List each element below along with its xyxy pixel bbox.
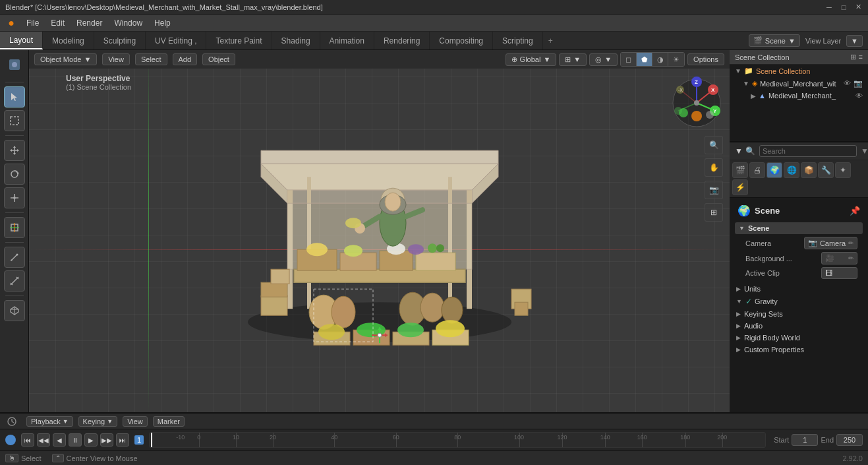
background-prop-value[interactable]: 🎥 ✏ [821, 252, 857, 264]
render-visibility-icon[interactable]: 📷 [854, 79, 863, 88]
select-menu-button[interactable]: Select [135, 53, 167, 65]
window-controls[interactable]: ─ □ ✕ [825, 3, 863, 12]
camera-view-button[interactable]: 📷 [705, 181, 723, 199]
camera-prop-value[interactable]: 📷 Camera ✏ [804, 237, 857, 249]
pin-button[interactable]: 📌 [850, 206, 860, 216]
transform-tool-button[interactable] [4, 217, 25, 238]
object-menu-button[interactable]: Object [202, 53, 235, 65]
tab-layout[interactable]: Layout [0, 32, 43, 49]
physics-props-tab[interactable]: ⚡ [732, 179, 748, 195]
gravity-collapse[interactable]: ▼ ✓ Gravity [732, 295, 865, 308]
add-workspace-button[interactable]: + [543, 32, 558, 49]
output-props-tab[interactable]: 🖨 [749, 162, 765, 178]
select-tool-button[interactable] [4, 86, 25, 108]
outliner-view-icon[interactable]: ≡ [859, 53, 863, 61]
add-cube-button[interactable] [4, 300, 25, 321]
tab-shading[interactable]: Shading [272, 32, 320, 49]
tab-uv-editing[interactable]: UV Editing , [146, 32, 206, 49]
tab-scripting[interactable]: Scripting [493, 32, 543, 49]
scene-selector[interactable]: 🎬 Scene ▼ [749, 34, 800, 47]
step-back-button[interactable]: ◀ [53, 433, 66, 447]
viewport-options-button[interactable]: Options [687, 53, 724, 65]
scene-props-tab[interactable]: 🌍 [767, 162, 782, 178]
jump-to-end-button[interactable]: ⏭ [116, 433, 129, 447]
rotate-tool-button[interactable] [4, 164, 25, 185]
prev-keyframe-button[interactable]: ◀◀ [37, 433, 50, 447]
jump-to-start-button[interactable]: ⏮ [21, 433, 34, 447]
annotate-tool-button[interactable] [4, 247, 25, 268]
add-menu-button[interactable]: Add [173, 53, 198, 65]
start-label: Start [774, 436, 789, 444]
navigation-gizmo[interactable]: X -X Y Z [670, 77, 723, 129]
box-select-button[interactable] [4, 110, 25, 131]
solid-shading-button[interactable]: ⬟ [637, 53, 652, 66]
outliner-filter-icon[interactable]: ⊞ [850, 53, 856, 61]
minimize-button[interactable]: ─ [825, 3, 834, 12]
units-collapse[interactable]: ▶ Units [732, 283, 865, 295]
obj-visibility-icon[interactable]: 👁 [855, 92, 863, 100]
rigid-body-collapse[interactable]: ▶ Rigid Body World [732, 332, 865, 344]
keying-sets-collapse[interactable]: ▶ Keying Sets [732, 308, 865, 320]
particles-props-tab[interactable]: ✦ [835, 162, 851, 178]
pan-gizmo-button[interactable]: ✋ [705, 158, 723, 177]
tab-compositing[interactable]: Compositing [430, 32, 493, 49]
current-frame-input[interactable]: 1 [134, 435, 144, 445]
menu-edit[interactable]: Edit [45, 17, 70, 29]
active-clip-value[interactable]: 🎞 [821, 267, 857, 279]
measure-tool-button[interactable] [4, 270, 25, 292]
tab-texture-paint[interactable]: Texture Paint [206, 32, 272, 49]
blender-logo[interactable]: ● [3, 16, 20, 30]
marker-menu-button[interactable]: Marker [153, 416, 185, 427]
menu-help[interactable]: Help [149, 17, 176, 29]
menu-file[interactable]: File [21, 17, 44, 29]
tab-sculpting[interactable]: Sculpting [94, 32, 146, 49]
outliner-item-scene-collection[interactable]: ▼ 📁 Scene Collection [730, 65, 868, 77]
material-shading-button[interactable]: ◑ [652, 53, 668, 66]
wireframe-shading-button[interactable]: ◻ [621, 53, 637, 66]
properties-search-input[interactable] [759, 145, 857, 157]
keying-menu-button[interactable]: Keying ▼ [78, 416, 118, 427]
maximize-button[interactable]: □ [839, 3, 848, 12]
world-props-tab[interactable]: 🌐 [784, 162, 799, 178]
custom-props-collapse[interactable]: ▶ Custom Properties [732, 344, 865, 356]
move-tool-button[interactable] [4, 140, 25, 161]
snap-button[interactable]: ⊞ ▼ [559, 53, 587, 66]
tab-animation[interactable]: Animation [320, 32, 374, 49]
tab-rendering[interactable]: Rendering [374, 32, 430, 49]
start-frame-input[interactable]: 1 [792, 434, 818, 446]
tab-modeling[interactable]: Modeling [43, 32, 94, 49]
modifier-props-tab[interactable]: 🔧 [818, 162, 834, 178]
keying-sets-arrow: ▶ [736, 311, 741, 317]
proportional-edit-button[interactable]: ◎ ▼ [589, 53, 618, 66]
timeline-ruler[interactable]: -10 0 10 20 40 60 80 100 120 140 160 180… [149, 432, 766, 448]
close-button[interactable]: ✕ [854, 3, 863, 12]
object-mode-button[interactable]: Object Mode ▼ [34, 53, 97, 65]
view-menu-button[interactable]: View [102, 53, 130, 65]
play-pause-button[interactable]: ⏸ [69, 433, 82, 447]
props-header-selector[interactable]: ▼ 🔍 [735, 146, 755, 156]
3d-viewport[interactable]: Object Mode ▼ View Select Add Object ⊕ G… [29, 50, 730, 412]
menu-window[interactable]: Window [109, 17, 148, 29]
zoom-gizmo-button[interactable]: 🔍 [705, 136, 723, 154]
props-filter-icon[interactable]: ▼ [861, 146, 868, 156]
render-region-button[interactable]: ⊞ [705, 203, 723, 222]
end-frame-input[interactable]: 250 [836, 434, 863, 446]
next-keyframe-button[interactable]: ▶▶ [100, 433, 113, 447]
transform-orientation-button[interactable]: ⊕ Global ▼ [506, 53, 557, 66]
object-props-tab[interactable]: 📦 [801, 162, 817, 178]
outliner-item-medieval[interactable]: ▼ ◈ Medieval_Merchant_wit 👁 📷 [730, 77, 868, 90]
play-button[interactable]: ▶ [84, 433, 98, 447]
view-menu-button[interactable]: View [123, 416, 148, 427]
scene-group-header[interactable]: ▼ Scene [735, 222, 863, 234]
scale-tool-button[interactable] [4, 187, 25, 208]
visibility-icon[interactable]: 👁 [844, 79, 851, 88]
keying-sets-label: Keying Sets [744, 310, 783, 318]
outliner-item-mesh[interactable]: ▶ ▲ Medieval_Merchant_ 👁 [730, 90, 868, 102]
audio-collapse[interactable]: ▶ Audio [732, 320, 865, 332]
view-layer-selector[interactable]: ▼ [846, 35, 863, 47]
playback-menu-button[interactable]: Playback ▼ [26, 416, 73, 427]
add-keyframe-button[interactable] [5, 435, 16, 445]
render-props-tab[interactable]: 🎬 [732, 162, 748, 178]
render-shading-button[interactable]: ☀ [668, 53, 684, 66]
menu-render[interactable]: Render [71, 17, 107, 29]
